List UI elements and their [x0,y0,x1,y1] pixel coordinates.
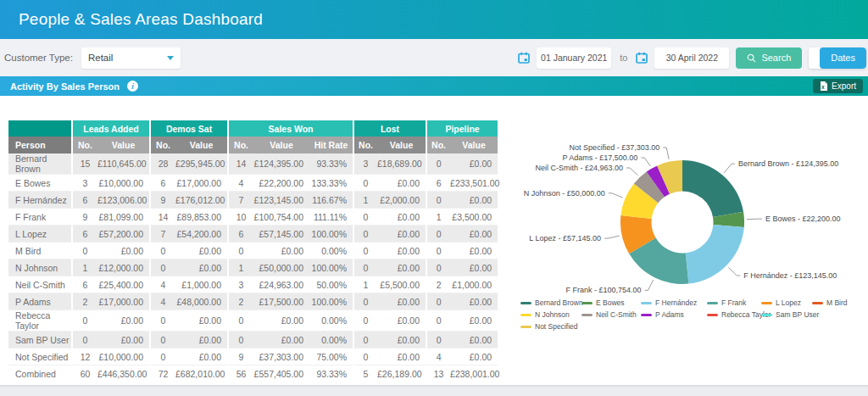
column-header: No. [72,137,97,153]
table-cell: £81,099.00 [97,209,150,226]
table-row: M Bird0£0.000£0.000£0.000.00%0£0.000£0.0… [8,243,498,259]
donut-slice[interactable] [686,225,744,284]
table-cell: £24,963.00 [253,276,309,293]
column-header: No. [426,137,450,153]
customer-type-value: Retail [88,53,167,63]
table-cell: 4 [228,175,253,192]
legend-item[interactable]: Bernard Brown [520,298,581,307]
table-cell: 28 [150,153,175,175]
date-to-input[interactable] [654,47,729,69]
dates-button[interactable]: Dates [820,47,866,69]
table-cell: 1 [353,276,377,293]
column-header: Value [253,137,309,153]
table-cell: F Hernández [8,192,72,209]
table-cell: £48,000.00 [175,293,228,310]
table-cell: 0 [150,259,175,276]
table-cell: £0.00 [175,243,228,259]
table-cell: £0.00 [97,310,150,332]
table-row: Rebecca Taylor0£0.000£0.000£0.000.00%0£0… [8,310,498,332]
table-cell: £0.00 [377,175,426,192]
table-cell: 4 [150,276,175,293]
chevron-down-icon [167,56,174,60]
table-cell: Neil C-Smith [8,276,72,293]
table-cell: £0.00 [450,226,498,243]
legend-marker [707,302,718,304]
legend-item[interactable]: E Bowes [581,298,641,307]
table-cell: £10,000.00 [97,349,150,365]
table-cell: 0.00% [309,310,353,332]
filter-bar: Customer Type: Retail to Search Dates [0,39,868,76]
sales-won-donut-chart: Bernard Brown - £124,395.00E Bowes - £22… [502,124,861,321]
table-cell: P Adams [8,293,72,310]
column-group-header [8,120,72,137]
legend-item[interactable]: P Adams [641,310,707,319]
legend-item[interactable]: Not Specified [520,322,581,331]
legend-item[interactable]: L Lopez [761,298,812,307]
slice-callout-label: P Adams - £17,500.00 [562,153,637,162]
column-group-header: Demos Sat [150,120,228,137]
callout-line [645,280,654,291]
table-cell: £557,405.00 [253,365,309,382]
donut-slice[interactable] [682,160,743,217]
legend-item[interactable]: Sam BP User [761,310,812,319]
legend-item[interactable]: F Frank [707,298,761,307]
table-cell: £0.00 [377,349,426,365]
table-cell: £0.00 [175,332,228,349]
section-header: Activity By Sales Person i x Export [0,76,868,96]
table-cell: 3 [353,153,377,175]
table-cell: 1 [72,259,97,276]
table-cell: £1,000.00 [175,276,228,293]
table-cell: 2 [426,276,450,293]
dates-toggle-knob[interactable] [809,47,820,69]
table-cell: 3 [72,175,97,192]
table-cell: 0 [72,310,97,332]
legend-item[interactable]: N Johnson [520,310,581,319]
legend-marker [641,314,652,316]
table-row: F Frank9£81,099.0014£89,853.0010£100,754… [8,209,498,226]
callout-line [604,236,620,238]
table-cell: £0.00 [450,332,498,349]
customer-type-dropdown[interactable]: Retail [81,47,181,69]
column-header: No. [150,137,175,153]
combined-total-row: Combined60£446,350.0072£682,010.0056£557… [8,365,498,382]
table-cell: £1,000.00 [450,276,498,293]
legend-marker [520,326,531,328]
table-cell: £124,395.00 [253,153,309,175]
table-row: Bernard Brown15£110,645.0028£295,945.001… [8,153,498,175]
info-icon[interactable]: i [127,81,138,92]
callout-line [747,219,762,220]
activity-table: Leads AddedDemos SatSales WonLostPipelin… [8,120,498,382]
legend-label: P Adams [655,310,684,319]
table-cell: 100.00% [309,226,353,243]
search-button-label: Search [761,53,791,63]
column-group-header: Sales Won [228,120,353,137]
table-cell: 14 [150,209,175,226]
table-cell: 72 [150,365,175,382]
table-cell: £238,001.00 [450,365,498,382]
table-cell: 6 [72,192,97,209]
table-cell: £0.00 [450,310,498,332]
table-row: Neil C-Smith6£25,400.004£1,000.003£24,96… [8,276,498,293]
table-row: P Adams2£17,000.004£48,000.002£17,500.00… [8,293,498,310]
legend-item[interactable]: M Bird [812,298,858,307]
legend-marker [641,302,652,304]
legend-item[interactable]: Rebecca Taylor [707,310,761,319]
table-cell: 6 [426,175,450,192]
table-cell: 9 [150,192,175,209]
slice-callout-label: F Hernández - £123,145.00 [743,271,837,280]
table-cell: £446,350.00 [97,365,150,382]
search-icon [747,53,756,63]
dates-toggle[interactable]: Dates [809,47,866,69]
table-cell: £176,012.00 [175,192,228,209]
column-header: Value [175,137,228,153]
search-button[interactable]: Search [736,47,802,69]
legend-item[interactable]: Neil C-Smith [581,310,641,319]
column-header: No. [228,137,253,153]
table-cell: £17,000.00 [175,175,228,192]
date-from-input[interactable] [537,47,611,69]
table-cell: Not Specified [8,349,72,365]
legend-item[interactable]: F Hernández [641,298,707,307]
table-cell: 0 [353,332,377,349]
legend-marker [812,302,823,304]
export-button[interactable]: x Export [813,79,863,93]
